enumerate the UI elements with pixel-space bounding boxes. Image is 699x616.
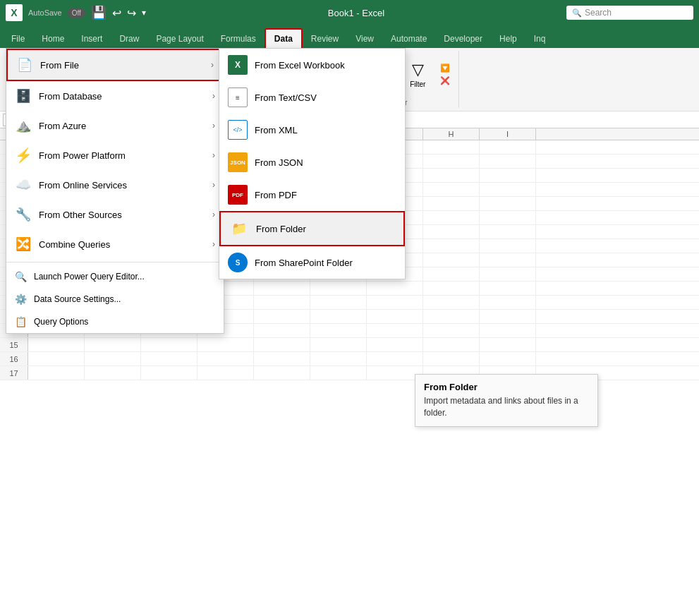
menu-item-query-options[interactable]: 📋 Query Options <box>6 310 224 333</box>
tab-automate[interactable]: Automate <box>382 30 435 48</box>
customize-qat[interactable]: ▾ <box>142 8 146 18</box>
combine-queries-label: Combine Queries <box>39 239 205 250</box>
redo-button[interactable]: ↪ <box>127 6 136 20</box>
text-csv-icon: ≡ <box>228 87 248 107</box>
launch-pqe-icon: 🔍 <box>15 271 27 282</box>
filter-extra-col: 🔽 ❌ <box>437 62 453 87</box>
tab-draw[interactable]: Draw <box>111 30 147 48</box>
tab-help[interactable]: Help <box>491 30 525 48</box>
get-data-menu: 📄 From File › 🗄️ From Database › ⛰️ From… <box>6 48 224 334</box>
menu-item-from-database[interactable]: 🗄️ From Database › <box>6 81 224 111</box>
sharepoint-icon: S <box>228 253 248 272</box>
from-database-icon: 🗄️ <box>15 87 32 104</box>
clear-button[interactable]: ❌ <box>437 75 453 87</box>
reapply-icon: 🔽 <box>440 64 450 73</box>
tab-home[interactable]: Home <box>33 30 73 48</box>
menu-item-from-power-platform[interactable]: ⚡ From Power Platform › <box>6 140 224 170</box>
tab-insert[interactable]: Insert <box>73 30 111 48</box>
tooltip-description: Import metadata and links about files in… <box>424 395 589 419</box>
menu-item-from-other-sources[interactable]: 🔧 From Other Sources › <box>6 200 224 229</box>
tab-review[interactable]: Review <box>303 30 347 48</box>
from-power-platform-chevron: › <box>212 150 215 160</box>
tab-file[interactable]: File <box>3 30 33 48</box>
submenu-from-excel-workbook[interactable]: X From Excel Workbook <box>219 49 405 81</box>
tab-inq[interactable]: Inq <box>525 30 554 48</box>
from-file-label: From File <box>40 60 204 71</box>
tooltip-title: From Folder <box>424 382 589 392</box>
combine-queries-chevron: › <box>212 239 215 249</box>
submenu-from-json[interactable]: JSON From JSON <box>219 146 405 179</box>
from-power-platform-label: From Power Platform <box>39 150 205 161</box>
menu-item-combine-queries[interactable]: 🔀 Combine Queries › <box>6 229 224 259</box>
from-pdf-label: From PDF <box>255 190 297 200</box>
submenu-from-xml[interactable]: </> From XML <box>219 114 405 146</box>
from-json-label: From JSON <box>255 157 303 168</box>
from-online-services-chevron: › <box>212 180 215 190</box>
from-azure-label: From Azure <box>39 121 205 131</box>
tab-formulas[interactable]: Formulas <box>212 30 265 48</box>
from-database-chevron: › <box>212 91 215 101</box>
from-text-csv-label: From Text/CSV <box>255 92 317 103</box>
combine-queries-icon: 🔀 <box>15 236 32 253</box>
tab-developer[interactable]: Developer <box>435 30 491 48</box>
search-icon: 🔍 <box>572 8 582 18</box>
menu-item-data-source-settings[interactable]: ⚙️ Data Source Settings... <box>6 288 224 310</box>
submenu-from-text-csv[interactable]: ≡ From Text/CSV <box>219 81 405 114</box>
query-options-icon: 📋 <box>15 316 27 327</box>
table-row: 16 <box>0 352 699 366</box>
from-online-services-label: From Online Services <box>39 180 205 191</box>
autosave-label: AutoSave <box>28 8 62 17</box>
window-title: Book1 - Excel <box>152 8 561 18</box>
from-azure-chevron: › <box>212 121 215 131</box>
menu-item-launch-pqe[interactable]: 🔍 Launch Power Query Editor... <box>6 265 224 288</box>
from-other-sources-chevron: › <box>212 210 215 219</box>
undo-button[interactable]: ↩ <box>112 6 121 20</box>
tab-data[interactable]: Data <box>265 28 303 48</box>
from-power-platform-icon: ⚡ <box>15 147 32 164</box>
from-other-sources-label: From Other Sources <box>39 210 205 220</box>
submenu-from-sharepoint-folder[interactable]: S From SharePoint Folder <box>219 246 405 279</box>
data-source-settings-icon: ⚙️ <box>15 294 27 305</box>
from-file-icon: 📄 <box>16 56 33 73</box>
reapply-button[interactable]: 🔽 <box>437 62 453 74</box>
col-header-h: H <box>423 128 480 140</box>
from-folder-label: From Folder <box>256 224 306 234</box>
autosave-toggle[interactable]: Off <box>68 8 85 18</box>
from-file-chevron: › <box>211 60 214 70</box>
filter-icon: ▽ <box>412 61 424 79</box>
json-icon: JSON <box>228 152 248 172</box>
search-box[interactable]: 🔍 Search <box>566 6 693 20</box>
tab-view[interactable]: View <box>347 30 382 48</box>
from-sharepoint-folder-label: From SharePoint Folder <box>255 258 353 268</box>
from-file-submenu: X From Excel Workbook ≡ From Text/CSV </… <box>219 48 406 279</box>
from-online-services-icon: ☁️ <box>15 176 32 193</box>
submenu-from-folder[interactable]: 📁 From Folder <box>219 211 405 246</box>
menu-separator-1 <box>6 262 224 262</box>
from-database-label: From Database <box>39 91 205 102</box>
from-folder-tooltip: From Folder Import metadata and links ab… <box>415 374 598 427</box>
clear-icon: ❌ <box>440 76 450 85</box>
col-header-i: I <box>480 128 536 140</box>
menu-item-from-online-services[interactable]: ☁️ From Online Services › <box>6 170 224 200</box>
from-other-sources-icon: 🔧 <box>15 206 32 223</box>
excel-workbook-icon: X <box>228 55 248 75</box>
menu-item-from-file[interactable]: 📄 From File › <box>6 49 224 81</box>
ribbon-tabs: File Home Insert Draw Page Layout Formul… <box>0 25 699 48</box>
save-icon[interactable]: 💾 <box>91 5 107 20</box>
pdf-icon: PDF <box>228 185 248 205</box>
search-label: Search <box>585 8 612 18</box>
from-xml-label: From XML <box>255 125 298 135</box>
excel-logo: X <box>6 4 23 21</box>
data-source-settings-label: Data Source Settings... <box>34 294 121 304</box>
table-row: 15 <box>0 338 699 352</box>
from-azure-icon: ⛰️ <box>15 117 32 134</box>
submenu-from-pdf[interactable]: PDF From PDF <box>219 179 405 211</box>
tab-page-layout[interactable]: Page Layout <box>147 30 212 48</box>
launch-pqe-label: Launch Power Query Editor... <box>34 272 145 282</box>
menu-item-from-azure[interactable]: ⛰️ From Azure › <box>6 111 224 140</box>
folder-icon: 📁 <box>229 219 249 238</box>
title-bar: X AutoSave Off 💾 ↩ ↪ ▾ Book1 - Excel 🔍 S… <box>0 0 699 25</box>
xml-icon: </> <box>228 120 248 140</box>
query-options-label: Query Options <box>34 317 88 327</box>
from-excel-workbook-label: From Excel Workbook <box>255 60 345 71</box>
